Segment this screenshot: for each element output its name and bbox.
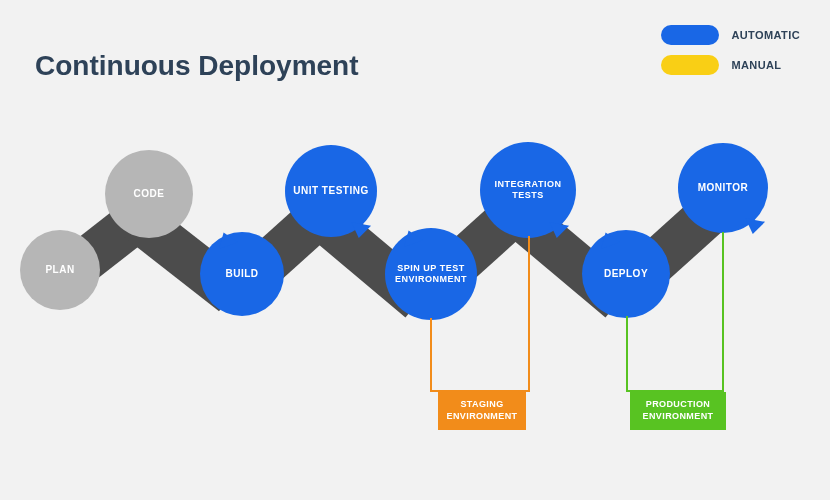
node-spin-up: SPIN UP TEST ENVIRONMENT [385,228,477,320]
node-monitor-label: MONITOR [698,182,749,194]
node-plan: PLAN [20,230,100,310]
node-deploy: DEPLOY [582,230,670,318]
legend-automatic: AUTOMATIC [661,25,800,45]
legend-automatic-swatch [661,25,719,45]
legend-automatic-label: AUTOMATIC [731,29,800,41]
page-title: Continuous Deployment [35,50,359,82]
node-build: BUILD [200,232,284,316]
node-unit-testing-label: UNIT TESTING [293,185,368,197]
production-env-box: PRODUCTION ENVIRONMENT [630,392,726,430]
node-spin-up-label: SPIN UP TEST ENVIRONMENT [391,263,471,285]
legend: AUTOMATIC MANUAL [661,25,800,85]
production-line [626,316,628,390]
staging-line [528,236,530,390]
production-line [722,232,724,390]
staging-line [430,318,432,390]
legend-manual-swatch [661,55,719,75]
speech-tail-icon [743,218,765,235]
node-build-label: BUILD [225,268,258,280]
node-code: CODE [105,150,193,238]
node-plan-label: PLAN [45,264,74,276]
node-deploy-label: DEPLOY [604,268,648,280]
production-env-label: PRODUCTION ENVIRONMENT [638,399,718,422]
staging-env-label: STAGING ENVIRONMENT [446,399,518,422]
node-integration-label: INTEGRATION TESTS [486,179,570,201]
legend-manual: MANUAL [661,55,800,75]
pipeline-diagram: PLAN CODE BUILD UNIT TESTING SPIN UP TES… [20,140,810,360]
legend-manual-label: MANUAL [731,59,781,71]
node-code-label: CODE [134,188,165,200]
node-unit-testing: UNIT TESTING [285,145,377,237]
staging-env-box: STAGING ENVIRONMENT [438,392,526,430]
